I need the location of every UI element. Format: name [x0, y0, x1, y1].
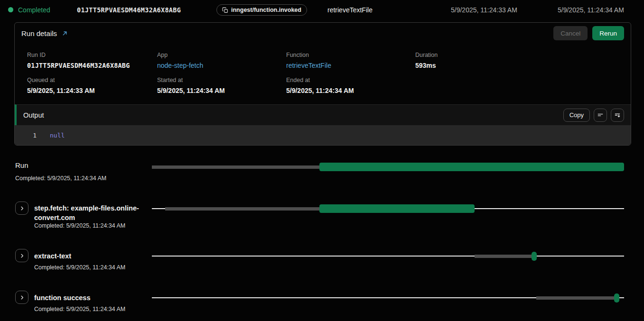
panel-title: Run details: [21, 29, 57, 37]
cancel-button[interactable]: Cancel: [553, 26, 588, 40]
expand-output-icon[interactable]: [611, 109, 624, 122]
output-code-block: 1 null: [15, 125, 631, 145]
timeline-row-step-fetch-completed: Completed: 5/9/2025, 11:24:34 AM: [34, 222, 125, 229]
run-id: 01JTT5RPVAESDM46M32A6X8ABG: [77, 6, 181, 14]
timeline-row-extract-text-completed: Completed: 5/9/2025, 11:24:34 AM: [34, 264, 125, 271]
field-label: Ended at: [286, 77, 415, 83]
event-badge[interactable]: inngest/function.invoked: [216, 4, 307, 16]
field-label: Run ID: [27, 52, 157, 58]
timeline-track: [152, 252, 624, 260]
timeline-step-bar[interactable]: [319, 163, 624, 171]
wrap-text-icon[interactable]: [594, 109, 607, 122]
field-ended-at: Ended at 5/9/2025, 11:24:34 AM: [286, 77, 415, 94]
timeline-queue-bar: [536, 296, 615, 300]
timeline-row-function-success-completed: Completed: 5/9/2025, 11:24:34 AM: [34, 306, 125, 312]
run-details-panel: Run details Cancel Rerun Run ID 01JTT5RP…: [14, 22, 631, 146]
field-value: 01JTT5RPVAESDM46M32A6X8ABG: [27, 62, 157, 69]
output-value: null: [50, 132, 65, 139]
copy-button[interactable]: Copy: [563, 109, 590, 122]
status-dot-icon: [8, 7, 13, 12]
timeline-track: [152, 293, 624, 302]
expand-function-success-button[interactable]: [15, 291, 28, 304]
timeline-queue-bar: [475, 255, 532, 258]
field-label: Duration: [415, 52, 618, 58]
field-queued-at: Queued at 5/9/2025, 11:24:33 AM: [27, 77, 157, 94]
field-label: App: [157, 52, 286, 58]
timeline-row-run-title: Run: [15, 161, 28, 169]
output-section-header: Output Copy: [15, 104, 631, 125]
line-number: 1: [15, 132, 37, 139]
event-badge-label: inngest/function.invoked: [231, 7, 301, 13]
copy-event-icon: [222, 7, 228, 13]
timeline-row-extract-text-title: extract-text: [34, 251, 71, 261]
timeline-queue-bar: [152, 165, 319, 169]
field-run-id: Run ID 01JTT5RPVAESDM46M32A6X8ABG: [27, 52, 157, 69]
field-duration: Duration 593ms: [415, 52, 618, 69]
function-link[interactable]: retrieveTextFile: [286, 62, 415, 69]
status-label: Completed: [18, 6, 50, 14]
field-label: Queued at: [27, 77, 157, 83]
external-link-icon[interactable]: [62, 30, 68, 37]
timeline-step-bar[interactable]: [319, 204, 475, 213]
timeline-step-marker[interactable]: [532, 252, 537, 261]
field-app: App node-step-fetch: [157, 52, 286, 69]
field-value: 5/9/2025, 11:24:33 AM: [27, 87, 157, 94]
timeline-step-marker[interactable]: [614, 293, 619, 303]
timeline-baseline: [152, 256, 624, 257]
timeline-row-step-fetch-title: step.fetch: example-files.online-convert…: [34, 203, 153, 222]
field-value: 5/9/2025, 11:24:34 AM: [286, 87, 415, 94]
output-title: Output: [23, 111, 44, 119]
field-label: Started at: [157, 77, 286, 83]
run-status-bar: Completed 01JTT5RPVAESDM46M32A6X8ABG inn…: [0, 0, 644, 20]
timeline-row-run-completed: Completed: 5/9/2025, 11:24:34 AM: [15, 175, 106, 182]
field-started-at: Started at 5/9/2025, 11:24:34 AM: [157, 77, 286, 94]
run-details-header: Run details Cancel Rerun: [15, 23, 631, 44]
field-function: Function retrieveTextFile: [286, 52, 415, 69]
field-label: Function: [286, 52, 415, 58]
timeline-queue-bar: [165, 207, 319, 211]
field-value: 593ms: [415, 62, 618, 69]
started-timestamp: 5/9/2025, 11:24:34 AM: [558, 6, 624, 14]
rerun-button[interactable]: Rerun: [592, 26, 624, 40]
timeline-row-function-success-title: function success: [34, 293, 90, 303]
run-details-grid: Run ID 01JTT5RPVAESDM46M32A6X8ABG App no…: [15, 44, 631, 104]
expand-step-fetch-button[interactable]: [15, 202, 28, 215]
field-value: 5/9/2025, 11:24:34 AM: [157, 87, 286, 94]
timeline-track: [152, 204, 624, 213]
timeline-track: [152, 163, 624, 171]
queued-timestamp: 5/9/2025, 11:24:33 AM: [451, 6, 517, 14]
expand-extract-text-button[interactable]: [15, 249, 28, 262]
app-link[interactable]: node-step-fetch: [157, 62, 286, 69]
function-name: retrieveTextFile: [327, 6, 373, 14]
